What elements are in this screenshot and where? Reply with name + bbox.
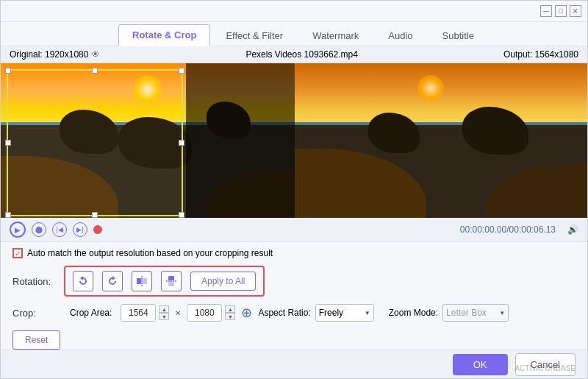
title-bar-controls: — □ ✕ bbox=[540, 5, 581, 17]
zoom-mode-group: Zoom Mode: Letter Box Pan & Scan Full bbox=[389, 304, 509, 322]
crop-width-down[interactable]: ▼ bbox=[159, 313, 169, 320]
crop-height-down[interactable]: ▼ bbox=[225, 313, 235, 320]
crop-height-input[interactable] bbox=[187, 304, 222, 322]
video-preview-left bbox=[1, 63, 295, 219]
controls-area: Auto match the output resolution based o… bbox=[1, 242, 587, 350]
zoom-mode-select[interactable]: Letter Box Pan & Scan Full bbox=[442, 304, 509, 322]
auto-match-label: Auto match the output resolution based o… bbox=[27, 248, 273, 258]
crop-handle-tr[interactable] bbox=[179, 68, 184, 74]
rotate-ccw-button[interactable] bbox=[73, 271, 93, 291]
apply-all-button[interactable]: Apply to All bbox=[190, 272, 256, 291]
maximize-button[interactable]: □ bbox=[555, 5, 567, 17]
auto-match-checkbox[interactable] bbox=[12, 248, 23, 258]
preview-area bbox=[1, 63, 587, 219]
minimize-button[interactable]: — bbox=[540, 5, 552, 17]
svg-rect-4 bbox=[168, 282, 174, 286]
zoom-mode-label: Zoom Mode: bbox=[389, 308, 438, 318]
link-icon[interactable]: ⊕ bbox=[241, 305, 252, 321]
crop-row: Crop: Crop Area: ▲ ▼ ✕ ▲ ▼ ⊕ Aspect Rati… bbox=[12, 304, 576, 322]
crop-handle-tl[interactable] bbox=[5, 68, 11, 74]
tab-audio[interactable]: Audio bbox=[374, 25, 426, 46]
eye-icon[interactable]: 👁 bbox=[91, 49, 100, 60]
crop-handle-bl[interactable] bbox=[5, 212, 11, 218]
tab-subtitle[interactable]: Subtitle bbox=[429, 25, 488, 46]
crop-overlay[interactable] bbox=[7, 69, 183, 216]
stop-button[interactable]: ⬤ bbox=[32, 222, 46, 237]
crop-width-up[interactable]: ▲ bbox=[159, 305, 169, 313]
time-current: 00:00:00.00 bbox=[460, 224, 506, 235]
record-indicator bbox=[93, 225, 102, 234]
svg-rect-1 bbox=[143, 278, 147, 284]
tab-effect-filter[interactable]: Effect & Filter bbox=[212, 25, 297, 46]
time-display: 00:00:00.00/00:00:06.13 bbox=[460, 224, 556, 235]
crop-handle-bm[interactable] bbox=[92, 212, 98, 218]
aspect-ratio-select[interactable]: Freely 16:9 4:3 1:1 21:9 bbox=[315, 304, 374, 322]
rotation-row: Rotation: bbox=[12, 266, 576, 297]
crop-height-up[interactable]: ▲ bbox=[225, 305, 235, 313]
reset-button[interactable]: Reset bbox=[12, 330, 60, 350]
crop-width-group: ▲ ▼ bbox=[121, 304, 169, 322]
rotation-label: Rotation: bbox=[12, 276, 64, 287]
time-total: 00:00:06.13 bbox=[509, 224, 556, 235]
crop-width-input[interactable] bbox=[121, 304, 156, 322]
flip-horizontal-button[interactable] bbox=[132, 271, 152, 291]
next-frame-button[interactable]: ▶| bbox=[73, 222, 87, 237]
play-button[interactable]: ▶ bbox=[10, 222, 26, 238]
crop-handle-tm[interactable] bbox=[92, 68, 98, 74]
crop-handle-br[interactable] bbox=[179, 212, 184, 218]
filename-label: Pexels Videos 1093662.mp4 bbox=[245, 49, 358, 60]
tab-watermark[interactable]: Watermark bbox=[298, 25, 373, 46]
crop-label: Crop: bbox=[12, 308, 64, 319]
tab-rotate-crop[interactable]: Rotate & Crop bbox=[118, 24, 210, 46]
crop-handle-mr[interactable] bbox=[179, 140, 184, 146]
main-window: — □ ✕ Rotate & Crop Effect & Filter Wate… bbox=[0, 0, 588, 379]
output-scene bbox=[295, 63, 587, 219]
svg-rect-0 bbox=[137, 278, 141, 284]
original-label: Original: 1920x1080 bbox=[10, 49, 88, 60]
aspect-ratio-group: Aspect Ratio: Freely 16:9 4:3 1:1 21:9 bbox=[258, 304, 373, 322]
rotate-cw-button[interactable] bbox=[102, 271, 123, 291]
aspect-ratio-label: Aspect Ratio: bbox=[258, 308, 310, 318]
ok-button[interactable]: OK bbox=[453, 354, 508, 375]
auto-match-row: Auto match the output resolution based o… bbox=[12, 248, 576, 258]
crop-x-icon: ✕ bbox=[175, 309, 181, 317]
crop-handle-ml[interactable] bbox=[5, 140, 11, 146]
svg-rect-3 bbox=[168, 276, 174, 280]
prev-frame-button[interactable]: |◀ bbox=[52, 222, 67, 237]
close-button[interactable]: ✕ bbox=[570, 5, 581, 17]
preview-info-bar: Original: 1920x1080 👁 Pexels Videos 1093… bbox=[1, 46, 587, 63]
crop-area-label: Crop Area: bbox=[70, 308, 112, 318]
volume-icon[interactable]: 🔊 bbox=[567, 224, 578, 235]
tabs-bar: Rotate & Crop Effect & Filter Watermark … bbox=[1, 22, 587, 46]
video-preview-right bbox=[295, 63, 587, 219]
playback-bar: ▶ ⬤ |◀ ▶| 00:00:00.00/00:00:06.13 🔊 bbox=[1, 218, 587, 242]
crop-height-group: ▲ ▼ bbox=[187, 304, 235, 322]
rotation-box: Apply to All bbox=[64, 266, 265, 297]
bottom-bar: OK Cancel bbox=[1, 350, 587, 378]
flip-vertical-button[interactable] bbox=[161, 271, 182, 291]
output-label: Output: 1564x1080 bbox=[503, 49, 578, 60]
cancel-button[interactable]: Cancel bbox=[515, 353, 576, 376]
title-bar: — □ ✕ bbox=[1, 1, 587, 22]
